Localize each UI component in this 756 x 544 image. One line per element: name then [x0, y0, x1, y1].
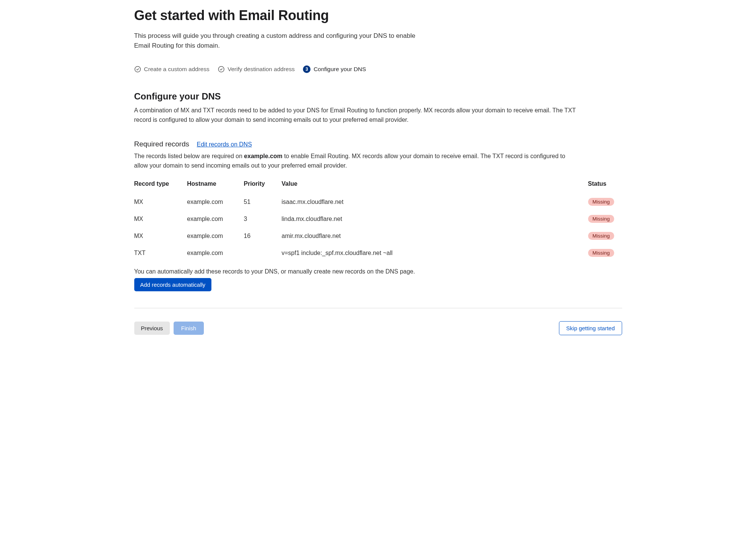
dns-records-table: Record type Hostname Priority Value Stat…: [134, 180, 622, 261]
finish-button[interactable]: Finish: [174, 322, 204, 335]
domain-name: example.com: [244, 153, 282, 159]
cell-value: amir.mx.cloudflare.net: [282, 227, 588, 244]
page-container: Get started with Email Routing This proc…: [134, 0, 622, 354]
table-row: TXTexample.comv=spf1 include:_spf.mx.clo…: [134, 244, 622, 261]
cell-hostname: example.com: [187, 227, 244, 244]
svg-point-1: [218, 66, 224, 72]
desc-prefix: The records listed below are required on: [134, 153, 244, 159]
auto-add-note: You can automatically add these records …: [134, 268, 622, 275]
table-row: MXexample.com51isaac.mx.cloudflare.netMi…: [134, 193, 622, 210]
step-label: Verify destination address: [228, 66, 295, 73]
cell-value: linda.mx.cloudflare.net: [282, 210, 588, 227]
cell-value: isaac.mx.cloudflare.net: [282, 193, 588, 210]
cell-hostname: example.com: [187, 210, 244, 227]
add-records-button[interactable]: Add records automatically: [134, 278, 212, 291]
cell-type: MX: [134, 227, 187, 244]
required-records-description: The records listed below are required on…: [134, 151, 581, 171]
table-row: MXexample.com16amir.mx.cloudflare.netMis…: [134, 227, 622, 244]
header-record-type: Record type: [134, 180, 187, 193]
step-label: Create a custom address: [144, 66, 210, 73]
step-configure-dns: 3 Configure your DNS: [303, 65, 366, 73]
table-header-row: Record type Hostname Priority Value Stat…: [134, 180, 622, 193]
required-records-heading: Required records: [134, 140, 189, 148]
previous-button[interactable]: Previous: [134, 322, 170, 335]
required-records-header: Required records Edit records on DNS: [134, 140, 622, 148]
cell-value: v=spf1 include:_spf.mx.cloudflare.net ~a…: [282, 244, 588, 261]
cell-type: MX: [134, 193, 187, 210]
svg-point-0: [135, 66, 140, 72]
cell-priority: 51: [244, 193, 282, 210]
cell-type: MX: [134, 210, 187, 227]
skip-getting-started-button[interactable]: Skip getting started: [559, 321, 622, 335]
cell-hostname: example.com: [187, 193, 244, 210]
edit-records-link[interactable]: Edit records on DNS: [197, 141, 252, 148]
cell-priority: 3: [244, 210, 282, 227]
status-badge: Missing: [588, 215, 615, 223]
step-create-address: Create a custom address: [134, 66, 210, 73]
section-title: Configure your DNS: [134, 91, 622, 102]
header-value: Value: [282, 180, 588, 193]
section-description: A combination of MX and TXT records need…: [134, 106, 581, 125]
intro-text: This process will guide you through crea…: [134, 31, 429, 51]
divider: [134, 308, 622, 308]
check-circle-icon: [218, 66, 225, 73]
page-title: Get started with Email Routing: [134, 8, 622, 23]
cell-status: Missing: [588, 210, 622, 227]
step-number-badge: 3: [303, 65, 310, 73]
status-badge: Missing: [588, 232, 615, 240]
cell-priority: 16: [244, 227, 282, 244]
header-priority: Priority: [244, 180, 282, 193]
status-badge: Missing: [588, 198, 615, 206]
status-badge: Missing: [588, 249, 615, 257]
progress-stepper: Create a custom address Verify destinati…: [134, 65, 622, 73]
header-hostname: Hostname: [187, 180, 244, 193]
header-status: Status: [588, 180, 622, 193]
step-verify-destination: Verify destination address: [218, 66, 295, 73]
cell-status: Missing: [588, 227, 622, 244]
cell-status: Missing: [588, 244, 622, 261]
check-circle-icon: [134, 66, 141, 73]
cell-priority: [244, 244, 282, 261]
footer-actions: Previous Finish Skip getting started: [134, 321, 622, 335]
cell-type: TXT: [134, 244, 187, 261]
cell-hostname: example.com: [187, 244, 244, 261]
table-row: MXexample.com3linda.mx.cloudflare.netMis…: [134, 210, 622, 227]
cell-status: Missing: [588, 193, 622, 210]
step-label: Configure your DNS: [314, 66, 366, 73]
